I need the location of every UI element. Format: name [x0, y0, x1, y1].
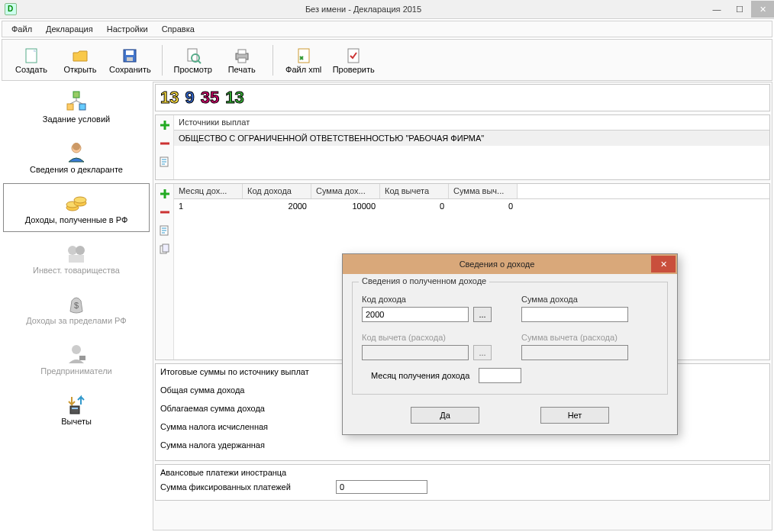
menubar: Файл Декларация Настройки Справка [2, 21, 772, 37]
toolbar-separator [273, 45, 273, 76]
svg-point-20 [74, 197, 86, 203]
dcode-label: Код вычета (расхода) [362, 333, 498, 342]
rate-tab-13b[interactable]: 13 [225, 88, 243, 108]
xml-button[interactable]: Файл xml [281, 42, 327, 79]
cell-dsum: 0 [449, 199, 518, 214]
sidebar-item-declarant[interactable]: Сведения о декларанте [3, 133, 150, 182]
add-income-button[interactable] [158, 187, 172, 201]
svg-line-6 [198, 60, 201, 63]
sidebar-item-conditions[interactable]: Задание условий [3, 82, 150, 131]
deductions-icon [64, 392, 89, 417]
rate-tab-13[interactable]: 13 [160, 88, 179, 108]
source-row[interactable]: ОБЩЕСТВО С ОГРАНИЧЕННОЙ ОТВЕТСТВЕННОСТЬЮ… [174, 131, 769, 146]
th-sum[interactable]: Сумма дох... [311, 184, 380, 198]
new-file-icon [22, 47, 40, 65]
create-label: Создать [15, 65, 47, 74]
menu-help[interactable]: Справка [156, 23, 201, 35]
dialog-ok-button[interactable]: Да [411, 407, 479, 424]
app-icon [5, 3, 17, 15]
svg-rect-26 [79, 356, 85, 360]
window-title: Без имени - Декларация 2015 [21, 5, 705, 14]
income-dialog: Сведения о доходе ✕ Сведения о полученно… [342, 253, 678, 435]
create-button[interactable]: Создать [8, 42, 54, 79]
preview-icon [184, 47, 202, 65]
sidebar-item-label: Инвест. товарищества [33, 266, 120, 275]
th-month[interactable]: Месяц дох... [174, 184, 243, 198]
th-code[interactable]: Код дохода [243, 184, 311, 198]
menu-settings[interactable]: Настройки [101, 23, 154, 35]
rate-tabs: 13 9 35 13 [155, 84, 770, 111]
add-source-button[interactable] [158, 118, 172, 132]
fixed-payments-input[interactable] [336, 480, 427, 494]
coins-icon [64, 191, 89, 215]
th-dcode[interactable]: Код вычета [380, 184, 449, 198]
svg-rect-8 [238, 50, 246, 54]
svg-rect-3 [127, 57, 133, 61]
taxable-income-label: Облагаемая сумма дохода [160, 404, 313, 413]
sources-panel: Источники выплат ОБЩЕСТВО С ОГРАНИЧЕННОЙ… [155, 114, 770, 180]
sidebar-item-entrepreneur: Предприниматели [3, 334, 150, 383]
th-dsum[interactable]: Сумма выч... [449, 184, 518, 198]
open-button[interactable]: Открыть [57, 42, 103, 79]
advance-panel: Авансовые платежи иностранца Сумма фикси… [155, 464, 770, 501]
code-input[interactable] [362, 307, 469, 322]
close-button[interactable]: ✕ [751, 1, 774, 18]
sum-input[interactable] [521, 307, 628, 322]
person-icon [64, 140, 89, 165]
dialog-close-button[interactable]: ✕ [651, 256, 676, 272]
save-button[interactable]: Сохранить [106, 42, 154, 79]
svg-rect-32 [163, 244, 169, 252]
copy-income-button[interactable] [158, 242, 172, 256]
svg-rect-23 [69, 255, 84, 263]
sidebar-item-deductions[interactable]: Вычеты [3, 385, 150, 434]
advance-title: Авансовые платежи иностранца [160, 468, 765, 477]
month-label: Месяц получения дохода [371, 371, 469, 380]
cell-dcode: 0 [380, 199, 449, 214]
total-income-label: Общая сумма дохода [160, 385, 313, 395]
edit-income-button[interactable] [158, 224, 172, 237]
entrepreneur-icon [64, 342, 89, 366]
check-icon [344, 47, 363, 65]
sidebar-item-income-rf[interactable]: Доходы, полученные в РФ [3, 183, 150, 232]
menu-file[interactable]: Файл [5, 23, 38, 35]
dcode-lookup-button: ... [473, 345, 492, 360]
cell-month: 1 [174, 199, 243, 214]
floppy-icon [121, 47, 139, 65]
sidebar-item-label: Вычеты [61, 417, 92, 426]
month-input[interactable] [479, 368, 521, 383]
minimize-button[interactable]: — [705, 1, 728, 18]
preview-button[interactable]: Просмотр [170, 42, 216, 79]
conditions-icon [64, 90, 89, 114]
sidebar-item-invest: Инвест. товарищества [3, 234, 150, 282]
toolbar: Создать Открыть Сохранить Просмотр Печат… [2, 39, 772, 81]
rate-tab-35[interactable]: 35 [201, 88, 219, 108]
svg-rect-28 [72, 408, 78, 409]
print-button[interactable]: Печать [219, 42, 265, 79]
sidebar-item-foreign: $ Доходы за пределами РФ [3, 284, 150, 333]
svg-point-25 [72, 345, 81, 354]
svg-point-16 [73, 143, 80, 150]
tax-calc-label: Сумма налога исчисленная [160, 422, 313, 431]
toolbar-separator [162, 45, 163, 76]
svg-rect-14 [79, 104, 85, 110]
dialog-cancel-button[interactable]: Нет [540, 407, 609, 424]
dialog-titlebar[interactable]: Сведения о доходе ✕ [343, 254, 677, 274]
remove-income-button[interactable] [158, 205, 172, 219]
rate-tab-9[interactable]: 9 [185, 88, 194, 108]
sidebar: Задание условий Сведения о декларанте До… [2, 82, 151, 530]
dialog-title: Сведения о доходе [343, 260, 651, 269]
open-label: Открыть [63, 65, 96, 74]
xml-label: Файл xml [285, 65, 321, 74]
code-lookup-button[interactable]: ... [473, 307, 492, 322]
svg-rect-12 [73, 92, 79, 98]
menu-declaration[interactable]: Декларация [40, 23, 99, 35]
remove-source-button[interactable] [158, 137, 172, 150]
maximize-button[interactable]: ☐ [728, 1, 751, 18]
tax-withheld-label: Сумма налога удержанная [160, 440, 313, 450]
check-button[interactable]: Проверить [330, 42, 378, 79]
edit-source-button[interactable] [158, 155, 172, 169]
cell-code: 2000 [243, 199, 311, 214]
sidebar-item-label: Доходы, полученные в РФ [25, 215, 128, 224]
dsum-label: Сумма вычета (расхода) [521, 333, 658, 342]
income-row[interactable]: 1 2000 10000 0 0 [174, 199, 769, 214]
